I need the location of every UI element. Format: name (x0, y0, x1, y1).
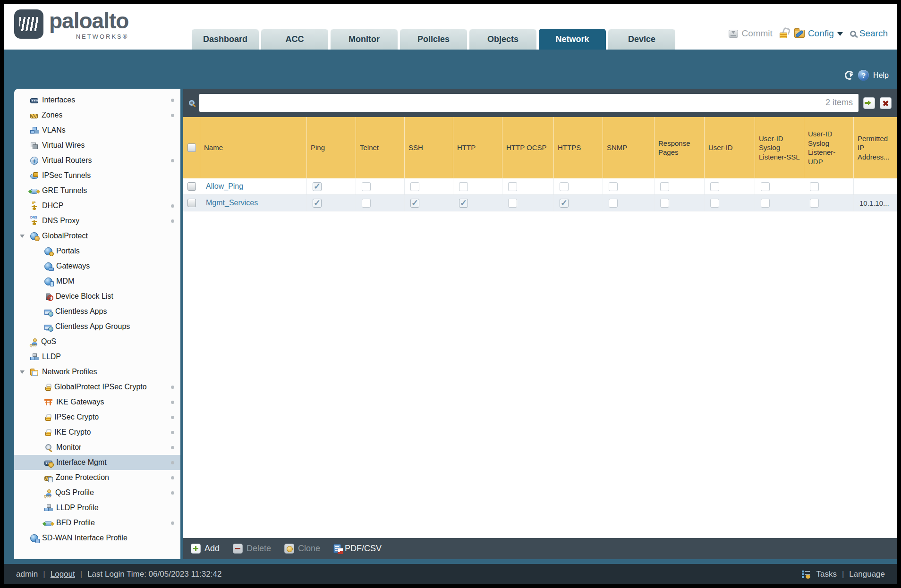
service-checkbox-http_ocsp[interactable] (508, 199, 517, 208)
sidebar-item-qos-profile[interactable]: QoS Profile (14, 485, 180, 500)
tab-device[interactable]: Device (608, 29, 675, 50)
lock-open-icon[interactable] (780, 33, 787, 38)
add-button[interactable]: Add (191, 544, 220, 554)
sidebar-item-interface-mgmt[interactable]: Interface Mgmt (14, 455, 180, 470)
sidebar-item-ipsec-tunnels[interactable]: IPSec Tunnels (14, 168, 180, 183)
service-checkbox-http[interactable] (459, 182, 468, 191)
sidebar-item-globalprotect[interactable]: GlobalProtect (14, 228, 180, 244)
service-checkbox-ping[interactable] (313, 199, 322, 208)
column-header-ssh[interactable]: SSH (405, 117, 453, 178)
language-label[interactable]: Language (849, 570, 885, 579)
row-select-checkbox[interactable] (187, 199, 196, 207)
sidebar-item-globalprotect-ipsec-crypto[interactable]: GlobalProtect IPSec Crypto (14, 379, 180, 395)
column-header-ping[interactable]: Ping (307, 117, 356, 178)
sidebar-item-ike-crypto[interactable]: IKE Crypto (14, 425, 180, 440)
clone-button[interactable]: Clone (284, 544, 320, 554)
help-icon[interactable] (858, 70, 869, 81)
sidebar-item-monitor[interactable]: Monitor (14, 440, 180, 455)
sidebar-item-lldp[interactable]: LLDP (14, 349, 180, 364)
sidebar-item-sd-wan-interface-profile[interactable]: SD-WAN Interface Profile (14, 530, 180, 546)
service-checkbox-ssh[interactable] (410, 199, 419, 208)
table-row-allow-ping[interactable]: Allow_Ping (183, 178, 897, 195)
sidebar-item-vlans[interactable]: VLANs (14, 123, 180, 138)
refresh-icon[interactable] (844, 70, 855, 81)
select-all-header[interactable] (183, 117, 200, 178)
service-checkbox-uid_syslog_ssl[interactable] (761, 199, 770, 208)
sidebar-item-virtual-wires[interactable]: Virtual Wires (14, 138, 180, 153)
column-header-name[interactable]: Name (200, 117, 307, 178)
sidebar-item-mdm[interactable]: MDM (14, 274, 180, 289)
commit-button[interactable]: Commit (729, 28, 772, 39)
service-checkbox-snmp[interactable] (609, 182, 618, 191)
sidebar-item-clientless-apps[interactable]: Clientless Apps (14, 304, 180, 319)
tab-acc[interactable]: ACC (261, 29, 328, 50)
service-checkbox-https[interactable] (560, 199, 569, 208)
column-header-uid_syslog_ssl[interactable]: User-ID Syslog Listener-SSL (755, 117, 804, 178)
tab-policies[interactable]: Policies (400, 29, 467, 50)
service-checkbox-telnet[interactable] (362, 199, 371, 208)
service-checkbox-http_ocsp[interactable] (508, 182, 517, 191)
service-checkbox-ssh[interactable] (410, 182, 419, 191)
sidebar-item-network-profiles[interactable]: Network Profiles (14, 364, 180, 379)
tab-network[interactable]: Network (539, 29, 606, 50)
service-checkbox-user_id[interactable] (710, 199, 719, 208)
sidebar-item-clientless-app-groups[interactable]: Clientless App Groups (14, 319, 180, 334)
clear-filter-button[interactable] (880, 97, 892, 109)
service-checkbox-response_pages[interactable] (660, 182, 669, 191)
tab-dashboard[interactable]: Dashboard (192, 29, 259, 50)
expander-triangle-icon[interactable] (20, 235, 25, 240)
sidebar-item-dhcp[interactable]: DHCP (14, 198, 180, 213)
service-checkbox-uid_syslog_udp[interactable] (810, 199, 819, 208)
entry-name-link[interactable]: Mgmt_Services (206, 199, 258, 207)
service-checkbox-uid_syslog_ssl[interactable] (761, 182, 770, 191)
service-checkbox-ping[interactable] (313, 182, 322, 191)
global-search-button[interactable]: Search (850, 28, 888, 39)
column-header-http[interactable]: HTTP (453, 117, 502, 178)
service-checkbox-uid_syslog_udp[interactable] (810, 182, 819, 191)
sidebar-item-virtual-routers[interactable]: Virtual Routers (14, 153, 180, 168)
column-header-user_id[interactable]: User-ID (705, 117, 755, 178)
service-checkbox-response_pages[interactable] (660, 199, 669, 208)
service-checkbox-snmp[interactable] (609, 199, 618, 208)
row-select-checkbox[interactable] (187, 182, 196, 191)
sidebar-item-device-block-list[interactable]: Device Block List (14, 289, 180, 304)
tab-objects[interactable]: Objects (469, 29, 536, 50)
expander-triangle-icon[interactable] (20, 370, 25, 376)
logout-link[interactable]: Logout (51, 570, 75, 579)
tasks-label[interactable]: Tasks (816, 570, 836, 579)
filter-input[interactable] (199, 94, 858, 112)
column-header-telnet[interactable]: Telnet (356, 117, 405, 178)
select-all-checkbox[interactable] (187, 143, 196, 152)
sidebar-item-zones[interactable]: Zones (14, 108, 180, 123)
service-checkbox-http[interactable] (459, 199, 468, 208)
sidebar-item-gre-tunnels[interactable]: GRE Tunnels (14, 183, 180, 198)
apply-filter-button[interactable] (863, 97, 875, 109)
column-header-http_ocsp[interactable]: HTTP OCSP (502, 117, 554, 178)
sidebar-item-dns-proxy[interactable]: DNS Proxy (14, 213, 180, 228)
sidebar-item-qos[interactable]: QoS (14, 334, 180, 349)
column-header-snmp[interactable]: SNMP (603, 117, 654, 178)
tasks-icon[interactable] (801, 570, 811, 579)
sidebar-item-lldp-profile[interactable]: LLDP Profile (14, 500, 180, 515)
help-label[interactable]: Help (873, 71, 889, 80)
delete-button[interactable]: Delete (233, 544, 271, 554)
sidebar-item-bfd-profile[interactable]: BFD Profile (14, 515, 180, 530)
tab-monitor[interactable]: Monitor (331, 29, 398, 50)
column-header-permitted_ip[interactable]: Permitted IP Address... (854, 117, 897, 178)
service-checkbox-telnet[interactable] (362, 182, 371, 191)
entry-name-link[interactable]: Allow_Ping (206, 182, 243, 191)
sidebar-item-zone-protection[interactable]: Zone Protection (14, 470, 180, 485)
sidebar-item-ike-gateways[interactable]: IKE Gateways (14, 395, 180, 410)
sidebar-item-ipsec-crypto[interactable]: IPSec Crypto (14, 410, 180, 425)
sidebar-item-interfaces[interactable]: Interfaces (14, 92, 180, 108)
column-header-uid_syslog_udp[interactable]: User-ID Syslog Listener-UDP (804, 117, 854, 178)
column-header-https[interactable]: HTTPS (554, 117, 603, 178)
service-checkbox-user_id[interactable] (710, 182, 719, 191)
pdf-csv-button[interactable]: PDF/CSV (333, 544, 382, 554)
column-header-response_pages[interactable]: Response Pages (654, 117, 705, 178)
sidebar-item-gateways[interactable]: Gateways (14, 259, 180, 274)
sidebar-item-portals[interactable]: Portals (14, 244, 180, 259)
table-row-mgmt-services[interactable]: Mgmt_Services10.1.10... (183, 195, 897, 211)
config-menu-button[interactable]: Config (794, 28, 843, 39)
service-checkbox-https[interactable] (560, 182, 569, 191)
